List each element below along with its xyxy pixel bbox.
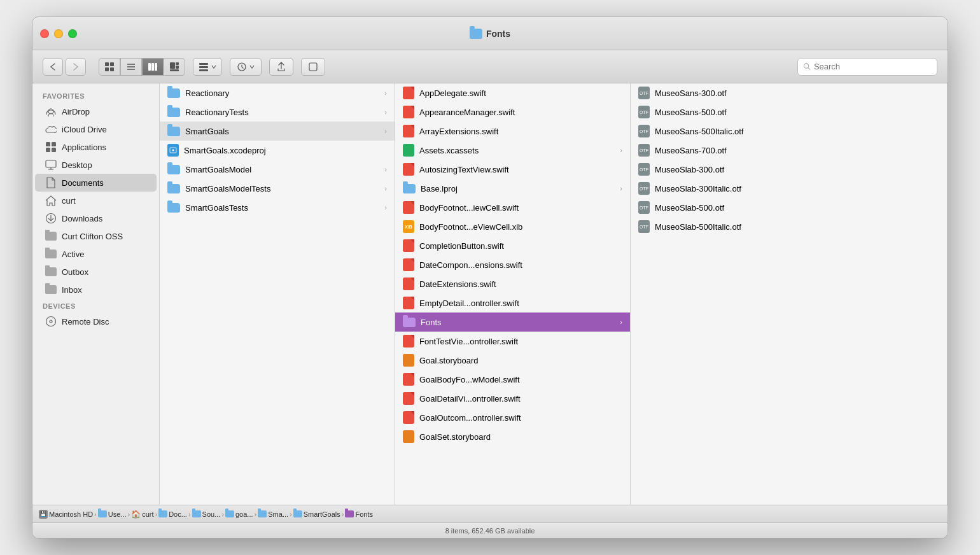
list-item[interactable]: OTF MuseoSans-500.otf [631,102,947,122]
sidebar-item-label: Inbox [62,285,82,295]
sidebar-item-desktop[interactable]: Desktop [35,156,157,174]
search-box[interactable] [797,58,937,76]
swift-icon [403,239,414,252]
folder-purple-icon [403,318,416,327]
svg-rect-18 [309,63,317,71]
titlebar: Fonts [32,17,948,50]
folder-icon [98,510,107,517]
list-item[interactable]: Goal.storyboard [395,351,630,370]
list-item[interactable]: ReactionaryTests › [160,102,395,122]
sidebar-item-remotedisc[interactable]: Remote Disc [35,313,157,330]
tag-button[interactable] [301,58,325,76]
swift-icon [403,163,414,176]
sidebar-item-applications[interactable]: Applications [35,138,157,156]
file-name: FontTestVie...ontroller.swift [419,337,622,346]
swift-icon [403,106,414,118]
list-item[interactable]: OTF MuseoSans-500Italic.otf [631,122,947,141]
list-item[interactable]: OTF MuseoSans-700.otf [631,141,947,160]
sidebar-item-outbox[interactable]: Outbox [35,263,157,281]
sidebar-item-active[interactable]: Active [35,245,157,263]
list-item[interactable]: CompletionButton.swift [395,236,630,255]
path-item-source[interactable]: Sou... [192,510,221,518]
list-item[interactable]: GoalDetailVi...ontroller.swift [395,389,630,408]
swift-icon [403,297,414,309]
path-item-curt[interactable]: 🏠 curt [131,510,153,519]
path-item-hd[interactable]: 💾 Macintosh HD [39,510,93,519]
otf-icon: OTF [638,220,650,233]
list-item-selected[interactable]: Fonts › [395,313,630,332]
list-item[interactable]: OTF MuseoSlab-500.otf [631,198,947,217]
path-item-smartgoals[interactable]: SmartGoals [293,510,340,518]
list-item[interactable]: SmartGoalsTests › [160,198,395,217]
sidebar-item-curt[interactable]: curt [35,192,157,209]
list-item[interactable]: GoalBodyFo...wModel.swift [395,370,630,389]
view-group-dropdown[interactable] [193,58,222,76]
file-name: BodyFootnot...eViewCell.xib [419,222,622,232]
list-item[interactable]: AutosizingTextView.swift [395,160,630,179]
list-item[interactable]: SmartGoalsModelTests › [160,179,395,198]
sidebar-item-airdrop[interactable]: AirDrop [35,102,157,120]
view-icon-button[interactable] [99,58,120,76]
list-item[interactable]: DateExtensions.swift [395,274,630,293]
view-list-button[interactable] [120,58,142,76]
list-item[interactable]: XIB BodyFootnot...eViewCell.xib [395,217,630,236]
sidebar-item-inbox[interactable]: Inbox [35,281,157,299]
list-item[interactable]: Reactionary › [160,83,395,102]
minimize-button[interactable] [54,29,63,38]
chevron-right-icon: › [620,146,622,154]
forward-button[interactable] [66,58,86,76]
file-name: MuseoSans-300.otf [655,88,939,98]
sidebar-item-icloud[interactable]: iCloud Drive [35,120,157,138]
sidebar-item-label: Remote Disc [62,317,109,327]
list-item[interactable]: Assets.xcassets › [395,141,630,160]
maximize-button[interactable] [68,29,77,38]
list-item[interactable]: SmartGoals › [160,122,395,141]
sidebar-item-label: curt [62,196,76,206]
list-item[interactable]: OTF MuseoSlab-300Italic.otf [631,179,947,198]
action-button[interactable] [230,58,262,76]
path-item-documents[interactable]: Doc... [158,510,187,518]
file-name: Reactionary [185,88,379,98]
path-item-smartgoals-parent[interactable]: Sma... [258,510,288,518]
back-button[interactable] [43,58,63,76]
sidebar-item-downloads[interactable]: Downloads [35,209,157,227]
chevron-right-icon: › [384,204,387,211]
list-item[interactable]: AppearanceManager.swift [395,102,630,122]
list-item[interactable]: GoalOutcom...ontroller.swift [395,408,630,427]
list-item[interactable]: OTF MuseoSlab-500Italic.otf [631,217,947,236]
path-item-users[interactable]: Use... [98,510,127,518]
list-item[interactable]: SmartGoals.xcodeproj [160,141,395,160]
path-label: Sma... [268,510,288,518]
path-item-goals[interactable]: goa... [225,510,253,518]
sidebar-item-documents[interactable]: Documents [35,174,157,192]
svg-rect-9 [155,63,157,71]
list-item[interactable]: OTF MuseoSlab-300.otf [631,160,947,179]
view-column-button[interactable] [142,58,164,76]
list-item[interactable]: ArrayExtensions.swift [395,122,630,141]
sidebar-item-curtcliftonoss[interactable]: Curt Clifton OSS [35,227,157,245]
list-item[interactable]: EmptyDetail...ontroller.swift [395,293,630,313]
favorites-label: Favorites [32,88,159,102]
svg-rect-1 [110,62,114,66]
list-item[interactable]: BodyFootnot...iewCell.swift [395,198,630,217]
list-item[interactable]: AppDelegate.swift [395,83,630,102]
list-item[interactable]: DateCompon...ensions.swift [395,255,630,274]
file-name: MuseoSans-500Italic.otf [655,127,939,136]
list-item[interactable]: FontTestVie...ontroller.swift [395,332,630,351]
folder-icon [167,108,180,117]
folder-icon [403,184,416,193]
view-gallery-button[interactable] [164,58,185,76]
statusbar: 8 items, 652.46 GB available [32,523,948,538]
sidebar-item-label: iCloud Drive [62,125,107,134]
list-item[interactable]: SmartGoalsModel › [160,160,395,179]
otf-icon: OTF [638,144,650,157]
list-item[interactable]: OTF MuseoSans-300.otf [631,83,947,102]
list-item[interactable]: Base.lproj › [395,179,630,198]
search-input[interactable] [814,62,932,71]
share-button[interactable] [269,58,293,76]
svg-point-19 [804,64,808,68]
list-item[interactable]: GoalSet.storyboard [395,427,630,446]
close-button[interactable] [40,29,49,38]
chevron-right-icon: › [384,108,387,116]
path-item-fonts[interactable]: Fonts [345,510,373,518]
